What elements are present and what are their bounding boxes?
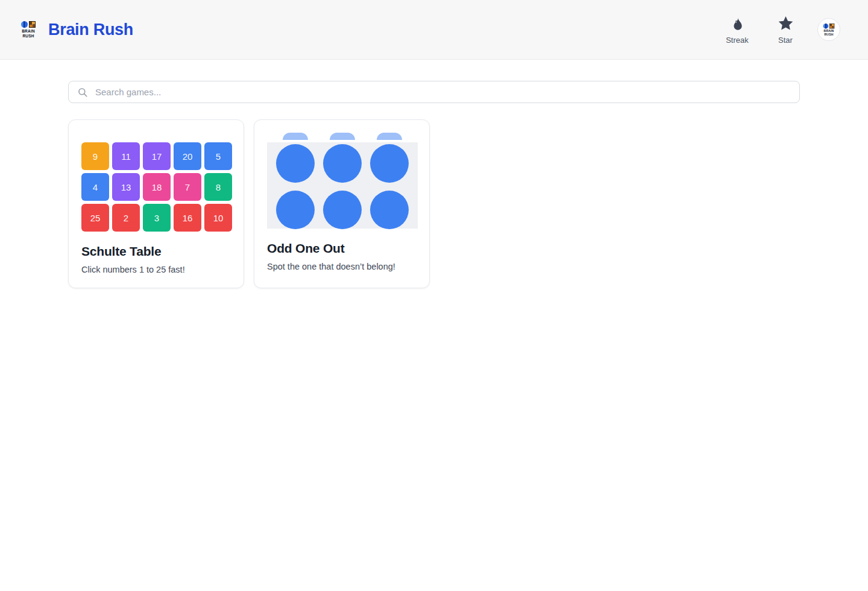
star-button[interactable]: Star — [769, 15, 802, 45]
schulte-tile: 4 — [81, 173, 109, 201]
schulte-tile: 18 — [143, 173, 171, 201]
flame-icon — [729, 15, 745, 32]
logo-text-line1: BRAIN — [821, 29, 837, 33]
app-logo-icon: BRAIN RUSH — [18, 21, 39, 39]
brand[interactable]: BRAIN RUSH Brain Rush — [18, 21, 133, 39]
logo-grid-icon — [29, 21, 36, 28]
circle-shape — [370, 144, 409, 183]
circle-arc-shape — [330, 133, 355, 140]
logo-grid-icon — [829, 23, 835, 28]
schulte-tile: 8 — [204, 173, 232, 201]
user-avatar[interactable]: BRAIN RUSH — [817, 18, 840, 41]
schulte-tile: 7 — [174, 173, 201, 201]
logo-text-line2: RUSH — [821, 33, 837, 36]
star-icon — [777, 15, 794, 32]
logo-text-line2: RUSH — [18, 34, 39, 39]
odd-circles — [267, 144, 418, 229]
schulte-tile: 16 — [174, 204, 201, 232]
streak-label: Streak — [726, 36, 749, 45]
search-bar — [68, 81, 800, 103]
star-label: Star — [778, 36, 793, 45]
logo-text-line1: BRAIN — [18, 29, 39, 34]
card-subtitle: Spot the one that doesn’t belong! — [267, 262, 417, 271]
game-card-schulte[interactable]: 91117205413187825231610 Schulte Table Cl… — [68, 119, 244, 288]
game-card-odd-one-out[interactable]: Odd One Out Spot the one that doesn’t be… — [254, 119, 430, 288]
search-icon — [77, 87, 88, 98]
schulte-preview: 91117205413187825231610 — [81, 142, 231, 232]
schulte-tile: 11 — [112, 142, 140, 170]
card-title: Odd One Out — [267, 241, 417, 256]
circle-shape — [276, 144, 315, 183]
circle-shape — [276, 191, 315, 229]
circle-shape — [323, 144, 362, 183]
app-header: BRAIN RUSH Brain Rush Streak Star — [0, 0, 868, 60]
schulte-tile: 9 — [81, 142, 109, 170]
schulte-tile: 13 — [112, 173, 140, 201]
logo-brain-icon — [21, 21, 28, 28]
header-nav: Streak Star BRAIN RUSH — [721, 15, 840, 45]
search-input[interactable] — [68, 81, 800, 103]
schulte-tile: 25 — [81, 204, 109, 232]
schulte-tile: 3 — [143, 204, 171, 232]
schulte-tile: 2 — [112, 204, 140, 232]
app-title: Brain Rush — [48, 21, 133, 39]
circle-shape — [323, 191, 362, 229]
schulte-tile: 20 — [174, 142, 201, 170]
circle-shape — [370, 191, 409, 229]
odd-one-out-preview — [267, 142, 418, 229]
schulte-tile: 10 — [204, 204, 232, 232]
avatar-logo-icon: BRAIN RUSH — [821, 23, 837, 36]
schulte-tile: 17 — [143, 142, 171, 170]
game-card-list: 91117205413187825231610 Schulte Table Cl… — [68, 119, 800, 288]
card-title: Schulte Table — [81, 244, 231, 259]
streak-button[interactable]: Streak — [721, 15, 753, 45]
main-content: 91117205413187825231610 Schulte Table Cl… — [68, 81, 800, 288]
card-subtitle: Click numbers 1 to 25 fast! — [81, 265, 231, 274]
circle-arc-shape — [283, 133, 308, 140]
schulte-tile: 5 — [204, 142, 232, 170]
logo-brain-icon — [823, 23, 829, 28]
circle-arc-shape — [377, 133, 402, 140]
